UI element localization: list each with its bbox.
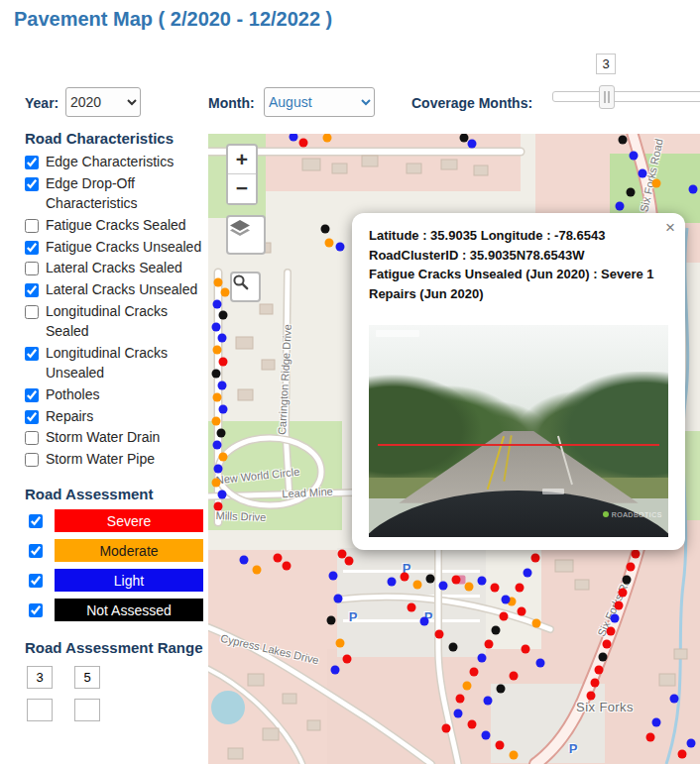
map-marker[interactable] [212, 479, 221, 488]
map-marker[interactable] [615, 601, 624, 610]
map-marker[interactable] [623, 576, 632, 585]
map-marker[interactable] [536, 659, 545, 668]
layers-control[interactable] [226, 215, 266, 255]
map-marker[interactable] [627, 188, 636, 197]
map-marker[interactable] [331, 666, 340, 675]
map-marker[interactable] [218, 334, 227, 343]
map-marker[interactable] [531, 554, 540, 563]
map-marker[interactable] [290, 134, 298, 142]
map-marker[interactable] [426, 575, 435, 584]
range-max-input[interactable] [74, 666, 100, 689]
map-marker[interactable] [240, 556, 249, 565]
map-marker[interactable] [607, 627, 616, 636]
map[interactable]: Six Forks RoadCarrington Ridge DriveNew … [208, 134, 700, 764]
characteristic-checkbox[interactable] [25, 305, 39, 319]
map-marker[interactable] [497, 685, 506, 694]
map-marker[interactable] [442, 724, 451, 733]
map-marker[interactable] [627, 563, 636, 572]
map-marker[interactable] [646, 733, 655, 742]
map-marker[interactable] [630, 152, 639, 161]
map-marker[interactable] [485, 640, 494, 649]
map-marker[interactable] [321, 225, 330, 234]
map-marker[interactable] [595, 666, 604, 675]
map-marker[interactable] [345, 557, 354, 566]
map-marker[interactable] [500, 612, 509, 621]
map-marker[interactable] [219, 311, 228, 320]
map-marker[interactable] [516, 584, 525, 593]
map-marker[interactable] [478, 577, 487, 586]
map-marker[interactable] [670, 695, 679, 704]
map-marker[interactable] [212, 370, 221, 379]
characteristic-item[interactable]: Fatigue Cracks Unsealed [25, 238, 206, 258]
characteristic-checkbox[interactable] [25, 177, 39, 191]
map-marker[interactable] [299, 139, 308, 148]
map-marker[interactable] [334, 595, 343, 603]
map-marker[interactable] [343, 655, 352, 664]
characteristic-item[interactable]: Edge Drop-Off Characteristics [25, 174, 206, 214]
map-marker[interactable] [213, 300, 222, 309]
map-marker[interactable] [652, 718, 661, 727]
map-marker[interactable] [452, 576, 461, 585]
map-marker[interactable] [336, 243, 345, 252]
characteristic-checkbox[interactable] [25, 431, 39, 445]
map-marker[interactable] [619, 136, 628, 145]
map-marker[interactable] [336, 639, 345, 648]
characteristic-checkbox[interactable] [25, 453, 39, 467]
characteristic-checkbox[interactable] [25, 219, 39, 233]
map-marker[interactable] [510, 672, 519, 681]
range-extra-input-1[interactable] [27, 699, 53, 721]
characteristic-item[interactable]: Storm Water Drain [25, 428, 206, 448]
map-marker[interactable] [212, 323, 221, 332]
characteristic-checkbox[interactable] [25, 262, 39, 275]
map-marker[interactable] [591, 679, 600, 688]
map-marker[interactable] [221, 288, 230, 297]
map-marker[interactable] [502, 596, 511, 604]
map-marker[interactable] [213, 346, 222, 355]
map-marker[interactable] [639, 169, 647, 178]
year-select[interactable]: 2020 [65, 87, 141, 117]
characteristic-checkbox[interactable] [25, 241, 39, 255]
map-marker[interactable] [212, 417, 221, 426]
map-marker[interactable] [678, 750, 687, 759]
map-marker[interactable] [408, 603, 416, 612]
map-marker[interactable] [522, 645, 530, 654]
map-marker[interactable] [274, 554, 283, 563]
map-marker[interactable] [214, 465, 223, 474]
map-marker[interactable] [616, 202, 625, 211]
coverage-months-slider[interactable] [552, 91, 700, 102]
map-marker[interactable] [510, 751, 519, 760]
map-marker[interactable] [524, 569, 532, 578]
map-marker[interactable] [587, 692, 596, 701]
map-marker[interactable] [603, 640, 612, 649]
characteristic-item[interactable]: Fatigue Cracks Sealed [25, 216, 206, 236]
range-extra-input-2[interactable] [74, 699, 100, 721]
map-marker[interactable] [439, 582, 448, 591]
map-marker[interactable] [219, 358, 228, 367]
search-control[interactable] [230, 272, 261, 302]
map-marker[interactable] [323, 134, 332, 143]
characteristic-item[interactable]: Longitudinal Cracks Unsealed [25, 344, 206, 383]
map-marker[interactable] [454, 709, 463, 718]
map-marker[interactable] [468, 140, 477, 149]
characteristic-item[interactable]: Longitudinal Cracks Sealed [25, 302, 206, 342]
map-marker[interactable] [619, 589, 628, 598]
map-marker[interactable] [492, 626, 501, 635]
map-marker[interactable] [413, 581, 422, 590]
assessment-checkbox[interactable] [29, 603, 43, 617]
characteristic-checkbox[interactable] [25, 283, 39, 297]
characteristic-checkbox[interactable] [25, 156, 39, 169]
map-marker[interactable] [217, 429, 226, 438]
map-marker[interactable] [599, 653, 608, 662]
map-marker[interactable] [401, 573, 409, 582]
characteristic-item[interactable]: Lateral Cracks Unsealed [25, 280, 206, 300]
map-marker[interactable] [463, 682, 472, 691]
map-marker[interactable] [632, 550, 641, 559]
map-marker[interactable] [219, 405, 228, 414]
characteristic-item[interactable]: Repairs [25, 407, 206, 427]
map-marker[interactable] [532, 619, 541, 628]
map-marker[interactable] [283, 562, 292, 571]
popup-close-icon[interactable]: × [665, 218, 675, 238]
map-marker[interactable] [456, 695, 465, 704]
map-marker[interactable] [329, 572, 338, 581]
map-marker[interactable] [213, 441, 222, 450]
